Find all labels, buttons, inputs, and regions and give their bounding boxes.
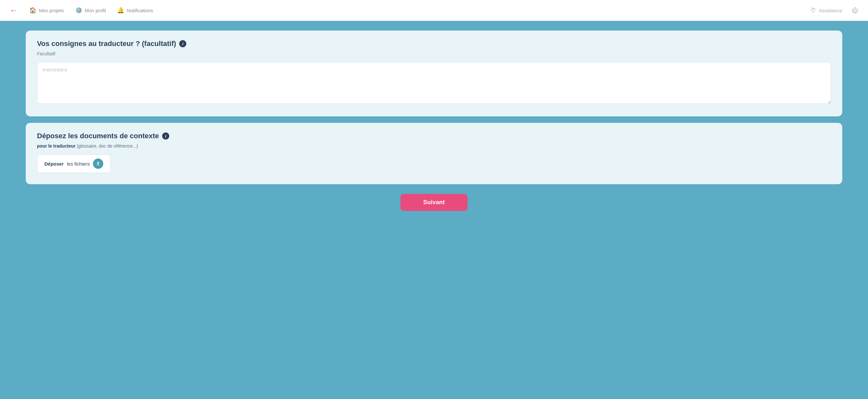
navbar-right: ⏱ Assistance ⏻ [810, 7, 858, 14]
upload-cloud-icon [93, 159, 103, 169]
instructions-textarea[interactable] [37, 62, 831, 104]
upload-btn-rest: les fichiers [67, 161, 90, 167]
mes-projets-label: Mes projets [39, 8, 64, 13]
upload-desc-bold: pour le traducteur [37, 143, 75, 148]
mon-profil-label: Mon profil [85, 8, 106, 13]
main-content: Vos consignes au traducteur ? (facultati… [0, 21, 868, 399]
nav-assistance[interactable]: ⏱ Assistance [810, 7, 842, 14]
context-docs-title-text: Déposez les documents de contexte [37, 132, 159, 140]
instructions-title-text: Vos consignes au traducteur ? (facultati… [37, 39, 176, 48]
back-button[interactable]: ← [10, 6, 18, 14]
power-icon: ⏻ [852, 7, 858, 14]
upload-desc-rest: (glossaire, doc de référence...) [75, 143, 138, 148]
assistance-icon: ⏱ [810, 7, 816, 14]
upload-btn-bold: Déposer [44, 161, 64, 167]
nav-mes-projets[interactable]: 🏠 Mes projets [29, 7, 64, 14]
instructions-info-icon[interactable]: i [179, 40, 186, 47]
context-docs-section: Déposez les documents de contexte i pour… [26, 123, 842, 184]
navbar-left: ← 🏠 Mes projets ⚙️ Mon profil 🔔 Notifica… [10, 6, 153, 14]
instructions-section: Vos consignes au traducteur ? (facultati… [26, 31, 842, 117]
upload-button[interactable]: Déposer les fichiers [37, 154, 111, 173]
notifications-label: Notifications [127, 8, 153, 13]
instructions-title: Vos consignes au traducteur ? (facultati… [37, 39, 831, 48]
context-docs-info-icon[interactable]: i [162, 132, 169, 139]
next-button[interactable]: Suivant [401, 194, 467, 211]
navbar: ← 🏠 Mes projets ⚙️ Mon profil 🔔 Notifica… [0, 0, 868, 21]
next-button-container: Suivant [26, 194, 842, 211]
nav-power[interactable]: ⏻ [852, 7, 858, 14]
gear-icon: ⚙️ [75, 7, 82, 14]
home-icon: 🏠 [29, 7, 36, 14]
context-docs-title: Déposez les documents de contexte i [37, 132, 831, 140]
assistance-label: Assistance [819, 8, 842, 13]
nav-mon-profil[interactable]: ⚙️ Mon profil [75, 7, 106, 14]
instructions-subtitle: Facultatif [37, 51, 831, 56]
bell-icon: 🔔 [117, 7, 124, 14]
upload-description: pour le traducteur (glossaire, doc de ré… [37, 143, 831, 148]
nav-notifications[interactable]: 🔔 Notifications [117, 7, 153, 14]
